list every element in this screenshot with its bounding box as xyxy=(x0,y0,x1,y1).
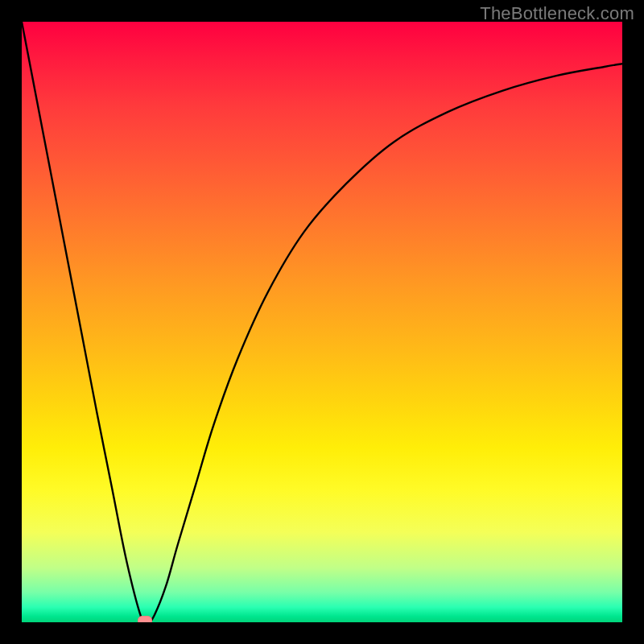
chart-frame: TheBottleneck.com xyxy=(0,0,644,644)
bottleneck-curve xyxy=(22,22,622,622)
highlight-marker xyxy=(138,616,152,622)
watermark-text: TheBottleneck.com xyxy=(480,3,634,24)
plot-area xyxy=(22,22,622,622)
